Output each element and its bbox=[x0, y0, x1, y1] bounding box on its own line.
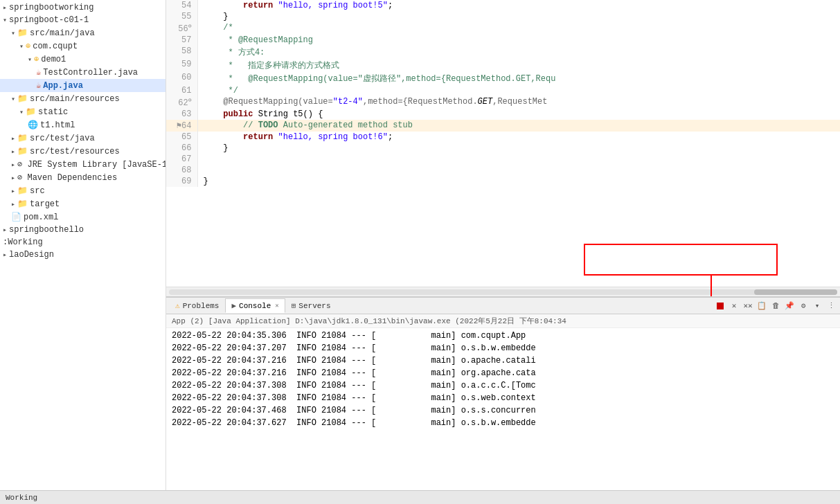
line-number: 65 bbox=[166, 132, 197, 143]
sidebar-label: pom.xml bbox=[24, 213, 58, 222]
sidebar-label: src bbox=[30, 186, 45, 196]
sidebar-item-app-java[interactable]: ☕ App.java bbox=[0, 79, 166, 92]
code-content[interactable]: * @RequestMapping(value="虚拟路径",method={R… bbox=[197, 72, 840, 85]
tree-expand-icon: ▸ bbox=[3, 251, 7, 259]
scroll-lock-button[interactable]: 📋 bbox=[756, 300, 768, 312]
problems-icon: ⚠ bbox=[175, 301, 180, 310]
code-content[interactable]: * 方式4: bbox=[197, 46, 840, 59]
sidebar-label: static bbox=[38, 107, 68, 117]
html-icon: 🌐 bbox=[28, 120, 38, 130]
sidebar-label: ⊘ JRE System Library [JavaSE-1.8] bbox=[17, 159, 166, 170]
run-info-text: App (2) [Java Application] D:\java\jdk1.… bbox=[172, 317, 566, 325]
code-content[interactable]: * @RequestMapping bbox=[197, 35, 840, 46]
remove-all-button[interactable]: ✕✕ bbox=[742, 300, 754, 312]
clear-button[interactable]: 🗑 bbox=[769, 300, 782, 312]
xml-icon: 📄 bbox=[11, 212, 21, 222]
code-content[interactable]: */ bbox=[197, 85, 840, 96]
tab-close-icon[interactable]: ✕ bbox=[275, 302, 278, 309]
sidebar-label: src/main/java bbox=[30, 28, 95, 38]
code-content[interactable]: public String t5() { bbox=[197, 109, 840, 120]
editor-wrapper: 54 return "hello, spring boot!5"; 55 } 5… bbox=[166, 0, 840, 296]
sidebar-item-src-test-java[interactable]: ▸ 📁 src/test/java bbox=[0, 132, 166, 145]
package-icon: ⊕ bbox=[26, 41, 30, 51]
code-table: 54 return "hello, spring boot!5"; 55 } 5… bbox=[166, 0, 840, 187]
line-number: 63 bbox=[166, 109, 197, 120]
comment: */ bbox=[229, 86, 238, 96]
sidebar-label: springboothello bbox=[9, 225, 84, 235]
horizontal-scrollbar[interactable] bbox=[166, 287, 840, 296]
line-number: 60 bbox=[166, 72, 197, 85]
sidebar-item-testcontroller[interactable]: ☕ TestController.java bbox=[0, 66, 166, 79]
tree-expand-icon: ▸ bbox=[11, 134, 15, 143]
stop-button[interactable] bbox=[714, 300, 726, 312]
view-menu-button[interactable]: ▾ bbox=[811, 300, 823, 312]
console-line: 2022-05-22 20:04:35.306 INFO 21084 --- [… bbox=[172, 330, 834, 342]
console-line: 2022-05-22 20:04:37.308 INFO 21084 --- [… bbox=[172, 379, 834, 392]
code-content[interactable]: // TODO Auto-generated method stub bbox=[197, 120, 840, 132]
sidebar-item-src-main-java[interactable]: ▾ 📁 src/main/java bbox=[0, 26, 166, 39]
sidebar-item-t1html[interactable]: 🌐 t1.html bbox=[0, 118, 166, 132]
settings-button[interactable]: ⚙ bbox=[797, 300, 810, 312]
sidebar-item-jre[interactable]: ▸ ⊘ JRE System Library [JavaSE-1.8] bbox=[0, 158, 166, 171]
console-output[interactable]: 2022-05-22 20:04:35.306 INFO 21084 --- [… bbox=[166, 328, 840, 490]
tab-servers[interactable]: ⊞ Servers bbox=[285, 298, 337, 313]
code-content[interactable]: @RequestMapping(value="t2-4",method={Req… bbox=[197, 96, 840, 109]
tab-console[interactable]: ▶ Console ✕ bbox=[225, 298, 285, 313]
code-content[interactable]: return "hello, spring boot!5"; bbox=[197, 0, 840, 11]
code-content[interactable]: } bbox=[197, 143, 840, 154]
sidebar-item-springbootworking[interactable]: ▸ springbootworking bbox=[0, 1, 166, 14]
console-tabs: ⚠ Problems ▶ Console ✕ ⊞ Servers bbox=[166, 298, 840, 314]
table-row: 62⊖ @RequestMapping(value="t2-4",method=… bbox=[166, 96, 840, 109]
sidebar-item-src[interactable]: ▸ 📁 src bbox=[0, 184, 166, 197]
sidebar-item-static[interactable]: ▾ 📁 static bbox=[0, 105, 166, 118]
tree-expand-icon: ▸ bbox=[11, 200, 15, 208]
folder-icon: 📁 bbox=[17, 199, 28, 209]
tab-label: Console bbox=[239, 302, 271, 310]
line-number: ⚑64 bbox=[166, 120, 197, 132]
sidebar-item-maven-deps[interactable]: ▸ ⊘ Maven Dependencies bbox=[0, 171, 166, 184]
sidebar-label: src/test/resources bbox=[30, 147, 120, 156]
sidebar-item-src-test-resources[interactable]: ▸ 📁 src/test/resources bbox=[0, 145, 166, 158]
sidebar-item-target[interactable]: ▸ 📁 target bbox=[0, 197, 166, 210]
table-row: 58 * 方式4: bbox=[166, 46, 840, 59]
comment: * @RequestMapping(value="虚拟路径",method={R… bbox=[229, 74, 556, 84]
line-number: 59 bbox=[166, 59, 197, 72]
code-scroll[interactable]: 54 return "hello, spring boot!5"; 55 } 5… bbox=[166, 0, 840, 287]
tab-label: Problems bbox=[183, 302, 220, 310]
sidebar-item-pom[interactable]: 📄 pom.xml bbox=[0, 210, 166, 224]
comment: * 方式4: bbox=[229, 48, 265, 57]
table-row: 59 * 指定多种请求的方式格式 bbox=[166, 59, 840, 72]
sidebar-item-laodesign[interactable]: ▸ laoDesign bbox=[0, 249, 166, 261]
pin-button[interactable]: 📌 bbox=[783, 300, 796, 312]
code-content[interactable]: } bbox=[197, 11, 840, 22]
code-content[interactable]: * 指定多种请求的方式格式 bbox=[197, 59, 840, 72]
code-content[interactable]: } bbox=[197, 176, 840, 187]
tree-expand-icon: ▾ bbox=[11, 95, 15, 103]
table-row: 69 } bbox=[166, 176, 840, 187]
folder-icon: 📁 bbox=[17, 186, 28, 196]
folder-icon: 📁 bbox=[17, 133, 28, 143]
code-content[interactable] bbox=[197, 165, 840, 176]
table-row: 63 public String t5() { bbox=[166, 109, 840, 120]
table-row: 66 } bbox=[166, 143, 840, 154]
folder-icon: 📁 bbox=[26, 107, 36, 117]
remove-button[interactable]: ✕ bbox=[728, 300, 740, 312]
tab-problems[interactable]: ⚠ Problems bbox=[169, 298, 225, 313]
sidebar-item-springboothello[interactable]: ▸ springboothello bbox=[0, 224, 166, 236]
folder-icon: 📁 bbox=[17, 93, 28, 104]
sidebar-item-com-cqupt[interactable]: ▾ ⊕ com.cqupt bbox=[0, 39, 166, 53]
more-button[interactable]: ⋮ bbox=[825, 300, 837, 312]
code-content[interactable]: return "hello, spring boot!6"; bbox=[197, 132, 840, 143]
table-row: 56⊖ /* bbox=[166, 22, 840, 35]
code-content[interactable] bbox=[197, 154, 840, 165]
sidebar-item-demo1[interactable]: ▾ ⊕ demo1 bbox=[0, 53, 166, 66]
code-content[interactable]: /* bbox=[197, 22, 840, 35]
string-literal: "hello, spring boot!5" bbox=[278, 1, 388, 10]
line-number: 69 bbox=[166, 176, 197, 187]
sidebar-item-springboot-c01[interactable]: ▾ springboot-c01-1 bbox=[0, 14, 166, 26]
console-line: 2022-05-22 20:04:37.216 INFO 21084 --- [… bbox=[172, 367, 834, 379]
console-toolbar: ✕ ✕✕ 📋 🗑 📌 ⚙ ▾ ⋮ bbox=[714, 300, 837, 312]
tree-expand-icon: ▸ bbox=[3, 226, 7, 234]
sidebar-item-src-main-resources[interactable]: ▾ 📁 src/main/resources bbox=[0, 92, 166, 105]
scrollbar-thumb[interactable] bbox=[754, 289, 837, 295]
